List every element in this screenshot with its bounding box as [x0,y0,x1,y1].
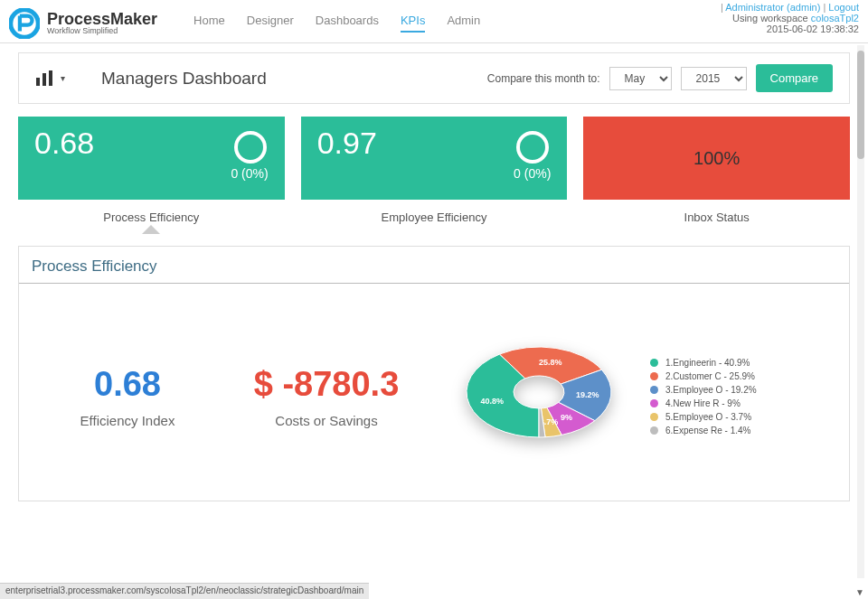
legend-dot-icon [650,359,658,367]
legend-dot-icon [650,413,658,421]
legend-item: 1.Engineerin - 40.9% [650,358,757,368]
month-select[interactable]: May [609,67,672,90]
brand-logo[interactable]: ProcessMaker Workflow Simplified [9,8,157,39]
statusbar: enterprisetrial3.processmaker.com/syscol… [0,583,369,599]
pie-slice-label: 19.2% [576,390,599,399]
kpi-subvalue: 0 (0%) [34,166,269,181]
legend-label: 5.Employee O - 3.7% [665,412,751,422]
compare-label: Compare this month to: [487,72,600,85]
kpi-row: 0.68 0 (0%)Process Efficiency 0.97 0 (0%… [18,117,850,224]
logo-icon [9,8,40,39]
legend-dot-icon [650,372,658,380]
legend-label: 6.Expense Re - 1.4% [665,426,751,435]
kpi-body: 0.97 0 (0%) [301,117,568,200]
kpi-label: Process Efficiency [103,211,199,224]
bar-chart-icon [35,70,55,87]
logout-link[interactable]: Logout [828,2,859,13]
efficiency-label: Efficiency Index [28,413,227,428]
dashboard-header: ▾ Managers Dashboard Compare this month … [18,52,850,104]
legend-label: 4.New Hire R - 9% [665,398,741,408]
workspace-prefix: Using workspace [732,13,811,23]
kpi-subvalue: 0 (0%) [317,166,552,181]
kpi-card[interactable]: 0.97 0 (0%)Employee Efficiency [301,117,568,224]
compare-button[interactable]: Compare [756,64,833,92]
scrollbar[interactable] [857,45,864,578]
nav-item-kpis[interactable]: KPIs [401,14,425,33]
scroll-down-icon[interactable]: ▼ [855,587,864,597]
svg-rect-2 [42,73,46,86]
legend-label: 1.Engineerin - 40.9% [665,358,750,368]
nav-item-admin[interactable]: Admin [447,14,480,33]
kpi-body: 100% [583,117,850,200]
chevron-down-icon: ▾ [61,73,65,83]
legend-item: 6.Expense Re - 1.4% [650,426,757,435]
legend-dot-icon [650,399,658,407]
chart-type-selector[interactable]: ▾ [35,70,65,87]
compare-controls: Compare this month to: May 2015 Compare [487,64,833,92]
status-url: enterprisetrial3.processmaker.com/syscol… [5,585,363,595]
workspace-link[interactable]: colosaTpl2 [811,13,859,23]
legend-dot-icon [650,426,658,435]
legend-dot-icon [650,386,658,394]
legend-label: 3.Employee O - 19.2% [665,385,757,395]
dashboard-title: Managers Dashboard [101,69,267,89]
legend-label: 2.Customer C - 25.9% [665,371,755,381]
kpi-card[interactable]: 0.68 0 (0%)Process Efficiency [18,117,285,224]
timestamp: 2015-06-02 19:38:32 [721,23,859,34]
detail-title: Process Efficiency [19,247,849,284]
kpi-card[interactable]: 100%Inbox Status [583,117,850,224]
legend-item: 2.Customer C - 25.9% [650,371,757,381]
nav-item-designer[interactable]: Designer [247,14,294,33]
main-nav: HomeDesignerDashboardsKPIsAdmin [193,14,480,33]
brand-tagline: Workflow Simplified [47,27,157,35]
pie-slice-label: 25.8% [539,358,562,367]
kpi-label: Employee Efficiency [382,211,487,224]
nav-item-home[interactable]: Home [193,14,225,33]
legend-item: 5.Employee O - 3.7% [650,412,757,422]
cost-label: Costs or Savings [227,413,426,428]
chart-wrap: 40.8%25.8%19.2%9%3.7% 1.Engineerin - 40.… [426,329,840,464]
donut-chart: 40.8%25.8%19.2%9%3.7% [444,329,634,464]
detail-body: 0.68 Efficiency Index $ -8780.3 Costs or… [19,284,849,501]
kpi-value: 100% [693,148,740,169]
kpi-label: Inbox Status [684,211,750,224]
kpi-value: 0.68 [34,126,269,161]
user-link[interactable]: Administrator (admin) [725,2,820,13]
cost-metric: $ -8780.3 Costs or Savings [227,365,426,428]
year-select[interactable]: 2015 [681,67,747,90]
chart-legend: 1.Engineerin - 40.9% 2.Customer C - 25.9… [650,358,757,435]
topbar: ProcessMaker Workflow Simplified HomeDes… [0,0,868,43]
efficiency-value: 0.68 [28,365,227,404]
main-area: ▾ Managers Dashboard Compare this month … [0,43,868,583]
scroll-thumb[interactable] [857,51,864,159]
nav-item-dashboards[interactable]: Dashboards [316,14,379,33]
legend-item: 4.New Hire R - 9% [650,398,757,408]
kpi-body: 0.68 0 (0%) [18,117,285,200]
pie-slice-label: 9% [561,413,572,422]
svg-rect-3 [49,70,52,86]
efficiency-metric: 0.68 Efficiency Index [28,365,227,428]
svg-rect-1 [36,78,40,86]
brand-name: ProcessMaker [47,11,157,27]
detail-panel: Process Efficiency 0.68 Efficiency Index… [18,246,850,501]
pie-slice-label: 40.8% [480,397,504,406]
circle-icon [234,131,267,164]
cost-value: $ -8780.3 [227,365,426,404]
legend-item: 3.Employee O - 19.2% [650,385,757,395]
user-info: | Administrator (admin) | Logout Using w… [721,2,859,34]
